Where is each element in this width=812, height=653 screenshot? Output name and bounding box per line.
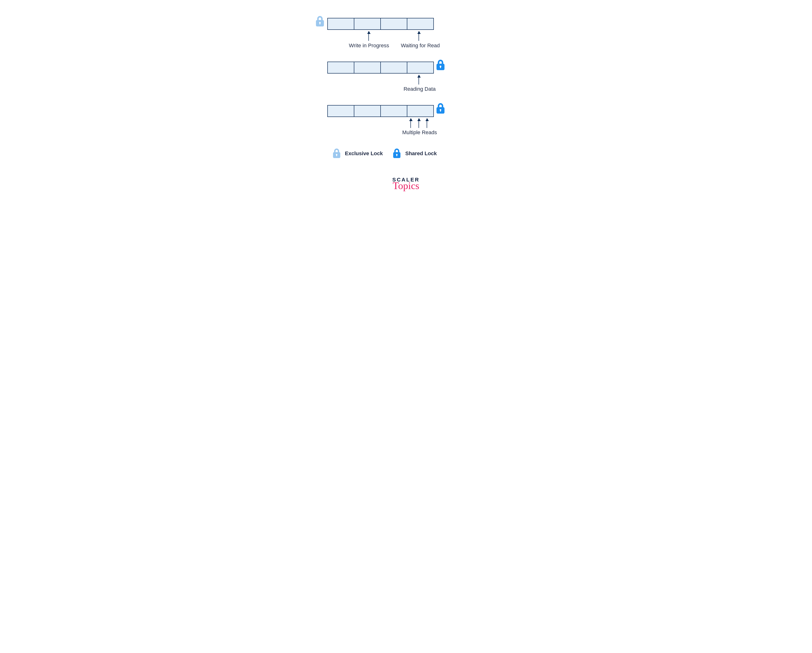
lock-icon bbox=[392, 148, 401, 159]
data-row-bar bbox=[327, 18, 434, 30]
row2-label-reading: Reading Data bbox=[402, 86, 438, 92]
legend-item-shared: Shared Lock bbox=[392, 148, 437, 159]
data-cell bbox=[328, 62, 354, 73]
lock-icon bbox=[332, 148, 341, 159]
data-row-bar bbox=[327, 62, 434, 73]
data-cell bbox=[407, 18, 433, 29]
legend-item-exclusive: Exclusive Lock bbox=[332, 148, 383, 159]
data-cell bbox=[407, 105, 433, 116]
lock-icon bbox=[315, 15, 325, 27]
arrow-icon bbox=[418, 31, 419, 41]
data-cell bbox=[354, 62, 381, 73]
arrow-icon bbox=[368, 31, 369, 41]
arrow-icon bbox=[427, 118, 427, 128]
data-row-bar bbox=[327, 105, 434, 117]
data-cell bbox=[381, 105, 407, 116]
legend-shared-label: Shared Lock bbox=[405, 150, 437, 157]
row3-label-multiple: Multiple Reads bbox=[400, 130, 440, 136]
data-cell bbox=[407, 62, 433, 73]
data-cell bbox=[354, 18, 381, 29]
arrow-icon bbox=[418, 75, 419, 84]
legend: Exclusive Lock Shared Lock bbox=[332, 148, 437, 159]
brand-logo: SCALER Topics bbox=[380, 177, 432, 190]
arrow-icon bbox=[411, 118, 411, 128]
data-cell bbox=[328, 105, 354, 116]
legend-exclusive-label: Exclusive Lock bbox=[345, 150, 383, 157]
arrow-icon bbox=[418, 118, 419, 128]
data-cell bbox=[381, 62, 407, 73]
data-cell bbox=[328, 18, 354, 29]
brand-bottom-text: Topics bbox=[380, 182, 432, 190]
lock-icon bbox=[435, 103, 446, 114]
row1-label-wait: Waiting for Read bbox=[399, 43, 442, 49]
lock-icon bbox=[435, 59, 446, 71]
data-cell bbox=[354, 105, 381, 116]
data-cell bbox=[381, 18, 407, 29]
diagram-canvas: Write in Progress Waiting for Read Readi… bbox=[261, 0, 552, 234]
row1-label-write: Write in Progress bbox=[349, 43, 389, 49]
